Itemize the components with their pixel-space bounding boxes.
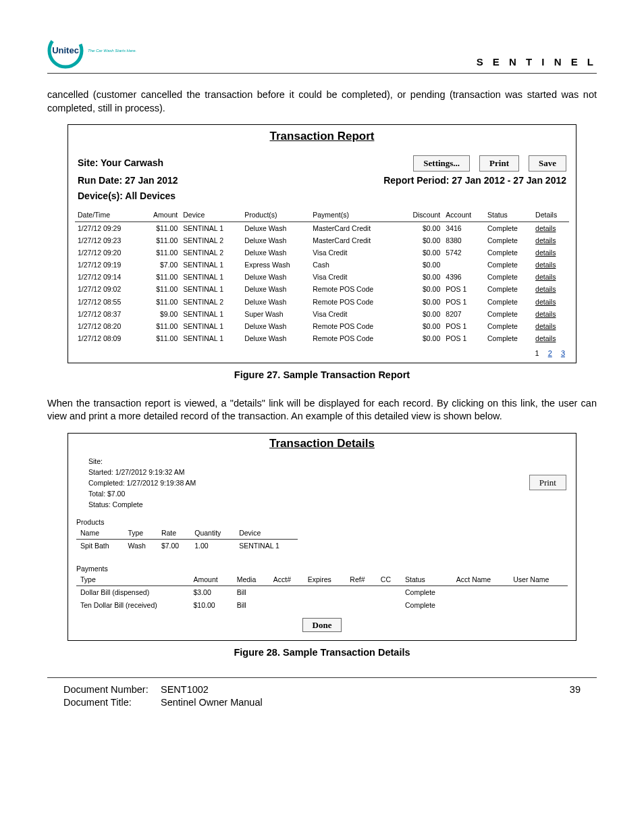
table-row: 1/27/12 09:02$11.00SENTINAL 1Deluxe Wash… <box>75 283 569 295</box>
table-row: 1/27/12 08:09$11.00SENTINAL 1Deluxe Wash… <box>75 332 569 344</box>
meta-completed: Completed: 1/27/2012 9:19:38 AM <box>88 477 568 488</box>
footer-docnum: SENT1002 <box>161 683 209 697</box>
report1-period: Report Period: 27 Jan 2012 - 27 Jan 2012 <box>383 174 566 187</box>
save-button[interactable]: Save <box>529 155 566 172</box>
done-button[interactable]: Done <box>302 618 342 632</box>
report2-meta: Site: Started: 1/27/2012 9:19:32 AM Comp… <box>88 456 568 511</box>
details-link[interactable]: details <box>535 310 556 318</box>
table-row: 1/27/12 09:29$11.00SENTINAL 1Deluxe Wash… <box>75 221 569 234</box>
body-paragraph-2: When the transaction report is viewed, a… <box>47 397 597 423</box>
details-link[interactable]: details <box>535 261 556 269</box>
meta-started: Started: 1/27/2012 9:19:32 AM <box>88 467 568 477</box>
report2-title: Transaction Details <box>68 434 576 456</box>
tx-col-header: Details <box>533 209 569 221</box>
footer-page: 39 <box>570 683 581 697</box>
products-label: Products <box>76 517 568 527</box>
print-button[interactable]: Print <box>479 155 519 172</box>
tx-col-header: Amount <box>140 209 180 221</box>
details-link[interactable]: details <box>535 273 556 281</box>
figure-28-caption: Figure 28. Sample Transaction Details <box>47 646 597 660</box>
products-table: NameTypeRateQuantityDevice Spit BathWash… <box>76 527 298 552</box>
meta-status: Status: Complete <box>88 499 568 510</box>
table-row: Dollar Bill (dispensed)$3.00BillComplete <box>76 586 568 599</box>
details-link[interactable]: details <box>535 249 556 257</box>
tx-col-header: Date/Time <box>75 209 140 221</box>
table-row: 1/27/12 09:23$11.00SENTINAL 2Deluxe Wash… <box>75 234 569 246</box>
tx-col-header: Discount <box>399 209 444 221</box>
settings-button[interactable]: Settings... <box>413 155 470 172</box>
table-row: 1/27/12 08:55$11.00SENTINAL 2Deluxe Wash… <box>75 296 569 308</box>
report1-devices: Device(s): All Devices <box>78 190 176 203</box>
footer-title-label: Document Title: <box>63 696 158 710</box>
meta-total: Total: $7.00 <box>88 488 568 499</box>
table-row: 1/27/12 08:20$11.00SENTINAL 1Deluxe Wash… <box>75 320 569 332</box>
details-link[interactable]: details <box>535 322 556 330</box>
payments-label: Payments <box>76 564 568 573</box>
table-row: 1/27/12 09:20$11.00SENTINAL 2Deluxe Wash… <box>75 246 569 259</box>
details-link[interactable]: details <box>535 285 556 293</box>
transaction-table: Date/TimeAmountDeviceProduct(s)Payment(s… <box>75 209 569 344</box>
table-row: 1/27/12 09:14$11.00SENTINAL 1Deluxe Wash… <box>75 271 569 283</box>
table-row: 1/27/12 09:19$7.00SENTINAL 1Express Wash… <box>75 259 569 271</box>
tx-col-header: Payment(s) <box>310 209 398 221</box>
report1-run-date: Run Date: 27 Jan 2012 <box>78 174 178 187</box>
logo-text: Unitec <box>52 45 79 57</box>
details-link[interactable]: details <box>535 334 556 342</box>
table-row: Ten Dollar Bill (received)$10.00BillComp… <box>76 599 568 611</box>
page-current: 1 <box>535 349 539 357</box>
figure-27-panel: Transaction Report Site: Your Carwash Se… <box>68 124 576 363</box>
details-link[interactable]: details <box>535 224 556 232</box>
product-label: S E N T I N E L <box>477 55 597 69</box>
pager: 1 2 3 <box>68 347 576 363</box>
logo-tagline: The Car Wash Starts Here. <box>88 48 136 53</box>
meta-site: Site: <box>88 456 568 467</box>
page-header: Unitec The Car Wash Starts Here. S E N T… <box>47 32 597 74</box>
figure-28-panel: Transaction Details Print Site: Started:… <box>68 433 576 642</box>
report1-site: Site: Your Carwash <box>78 157 163 170</box>
logo: Unitec The Car Wash Starts Here. <box>47 32 136 69</box>
tx-col-header: Device <box>180 209 242 221</box>
footer-docnum-label: Document Number: <box>63 683 158 697</box>
tx-col-header: Account <box>443 209 485 221</box>
report1-title: Transaction Report <box>68 125 576 151</box>
footer-title: Sentinel Owner Manual <box>161 696 263 710</box>
page-footer: Document Number: SENT1002 39 Document Ti… <box>47 677 597 710</box>
logo-icon: Unitec <box>47 32 84 69</box>
print-button-2[interactable]: Print <box>529 475 566 491</box>
page-link-2[interactable]: 2 <box>548 349 552 357</box>
figure-27-caption: Figure 27. Sample Transaction Report <box>47 369 597 382</box>
table-row: 1/27/12 08:37$9.00SENTINAL 1Super WashVi… <box>75 308 569 320</box>
tx-col-header: Status <box>485 209 533 221</box>
page-link-3[interactable]: 3 <box>561 349 565 357</box>
details-link[interactable]: details <box>535 236 556 244</box>
details-link[interactable]: details <box>535 298 556 306</box>
payments-table: TypeAmountMediaAcct#ExpiresRef#CCStatusA… <box>76 573 568 611</box>
tx-col-header: Product(s) <box>242 209 310 221</box>
body-paragraph-1: cancelled (customer cancelled the transa… <box>47 88 597 115</box>
